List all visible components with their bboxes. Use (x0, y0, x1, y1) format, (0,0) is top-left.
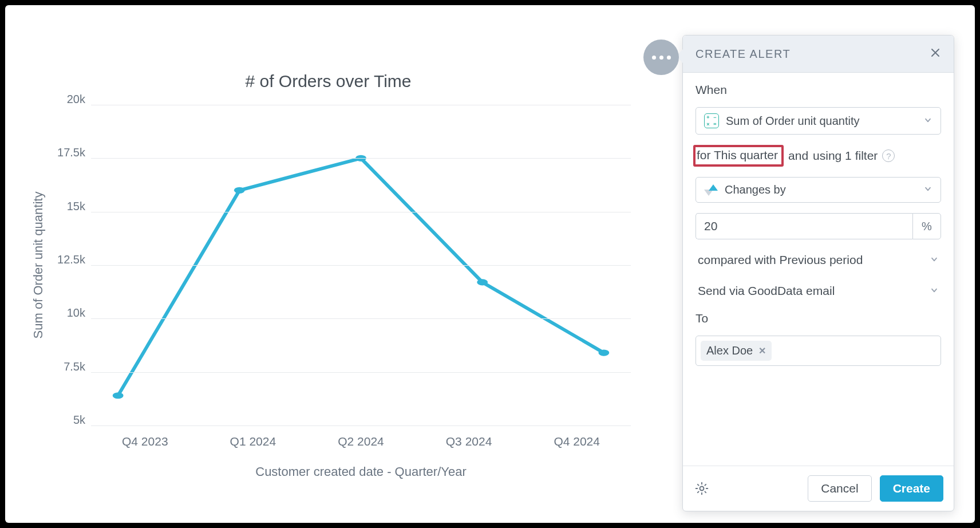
compared-with-value: compared with Previous period (698, 253, 863, 267)
chart-plot-area (91, 105, 631, 425)
compared-with-select[interactable]: compared with Previous period (696, 250, 941, 270)
gridline (91, 212, 631, 212)
help-icon[interactable]: ? (882, 149, 895, 162)
y-axis-label: Sum of Order unit quantity (31, 192, 46, 339)
cancel-button[interactable]: Cancel (808, 475, 871, 502)
y-tick-label: 5k (73, 413, 85, 426)
create-alert-panel: CREATE ALERT When +−×= Sum of Order unit… (682, 35, 954, 511)
x-axis-ticks: Q4 2023Q1 2024Q2 2024Q3 2024Q4 2024 (91, 425, 631, 448)
gear-icon[interactable] (693, 480, 710, 497)
screenshot-frame: # of Orders over Time Sum of Order unit … (0, 0, 980, 528)
x-tick-label: Q3 2024 (415, 425, 523, 448)
chart-point[interactable] (113, 392, 124, 399)
and-text: and (788, 149, 808, 163)
chevron-down-icon (930, 284, 939, 298)
remove-recipient-icon[interactable]: ✕ (758, 345, 766, 356)
x-tick-label: Q4 2023 (91, 425, 199, 448)
create-button[interactable]: Create (880, 475, 943, 502)
gridline (91, 425, 631, 426)
send-via-select[interactable]: Send via GoodData email (696, 281, 941, 301)
gridline (91, 265, 631, 266)
metric-select[interactable]: +−×= Sum of Order unit quantity (696, 107, 941, 135)
chart-widget: # of Orders over Time Sum of Order unit … (26, 26, 682, 511)
gridline (91, 318, 631, 319)
chevron-down-icon (923, 183, 932, 196)
chart-point[interactable] (234, 187, 245, 194)
send-via-value: Send via GoodData email (698, 284, 835, 298)
y-tick-label: 15k (67, 200, 85, 212)
chart-plot-row: Sum of Order unit quantity 20k17.5k15k12… (26, 105, 631, 425)
filter-summary-text: for This quarter and using 1 filter ? (696, 145, 941, 167)
x-tick-label: Q1 2024 (199, 425, 307, 448)
gridline (91, 158, 631, 159)
chart-point[interactable] (477, 279, 488, 285)
chart-line (118, 158, 604, 395)
metric-select-value: Sum of Order unit quantity (726, 115, 859, 128)
recipient-chip: Alex Doe ✕ (701, 341, 772, 361)
metric-icon: +−×= (704, 113, 719, 128)
y-axis-label-col: Sum of Order unit quantity (26, 105, 51, 425)
y-tick-label: 17.5k (57, 146, 85, 159)
y-tick-label: 20k (67, 93, 85, 105)
more-options-button[interactable] (643, 40, 679, 75)
to-label: To (696, 312, 941, 325)
chart-point[interactable] (598, 349, 609, 356)
ellipsis-icon (667, 56, 671, 60)
chart-title: # of Orders over Time (26, 72, 631, 91)
condition-select[interactable]: Changes by (696, 177, 941, 203)
svg-point-0 (700, 487, 704, 491)
changes-by-icon (704, 184, 718, 196)
for-prefix: for (697, 148, 711, 161)
when-label: When (696, 83, 941, 97)
threshold-input[interactable] (696, 213, 912, 239)
recipient-chip-label: Alex Doe (706, 344, 753, 357)
widget-container: # of Orders over Time Sum of Order unit … (5, 5, 975, 523)
chevron-down-icon (923, 115, 932, 128)
x-tick-label: Q4 2024 (523, 425, 631, 448)
condition-select-value: Changes by (725, 183, 786, 196)
using-filter-text: using 1 filter (813, 149, 878, 163)
x-axis-label: Customer created date - Quarter/Year (91, 464, 631, 479)
alert-panel-header: CREATE ALERT (683, 36, 954, 73)
alert-panel-body: When +−×= Sum of Order unit quantity for… (683, 73, 954, 466)
close-icon[interactable] (930, 47, 941, 61)
y-tick-label: 12.5k (57, 253, 85, 266)
recipients-input[interactable]: Alex Doe ✕ (696, 336, 941, 366)
gridline (91, 372, 631, 373)
ellipsis-icon (659, 56, 663, 60)
gridline (91, 105, 631, 105)
chevron-down-icon (930, 253, 939, 267)
threshold-unit: % (912, 213, 941, 239)
highlighted-period-box: for This quarter (693, 145, 784, 167)
alert-panel-footer: Cancel Create (683, 466, 954, 511)
ellipsis-icon (652, 56, 656, 60)
x-tick-label: Q2 2024 (307, 425, 415, 448)
y-axis-ticks: 20k17.5k15k12.5k10k7.5k5k (51, 105, 91, 425)
alert-panel-title: CREATE ALERT (696, 48, 791, 61)
for-period: This quarter (714, 148, 778, 161)
y-tick-label: 10k (67, 306, 85, 319)
threshold-value-row: % (696, 213, 941, 239)
y-tick-label: 7.5k (64, 360, 85, 373)
